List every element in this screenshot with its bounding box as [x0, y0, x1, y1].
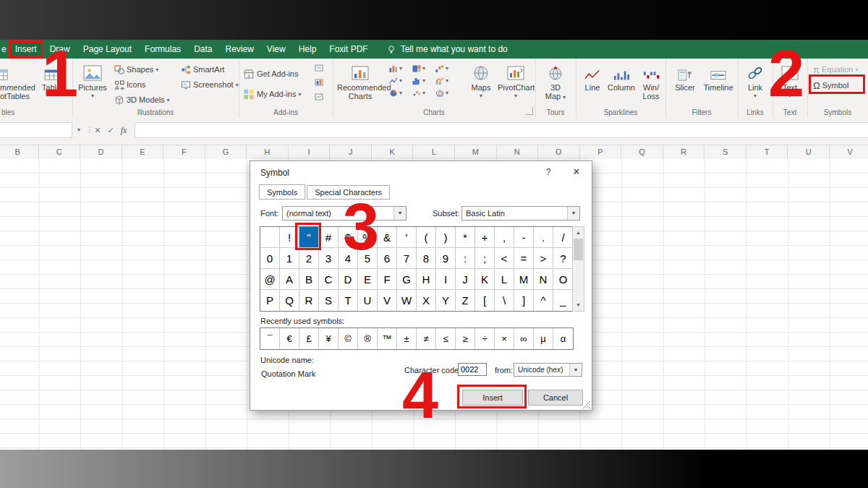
character-code-input[interactable] [458, 363, 487, 376]
symbol-cell[interactable]: S [319, 290, 339, 311]
insert-pie-chart-button[interactable]: ▾ [389, 87, 412, 99]
column-header-M[interactable]: M [455, 145, 497, 159]
cancel-button[interactable]: Cancel [528, 390, 583, 406]
dialog-resize-grip[interactable] [582, 401, 590, 408]
insert-scatter-chart-button[interactable]: ▾ [412, 87, 435, 99]
recent-symbol-cell[interactable]: ± [397, 328, 417, 349]
symbol-cell[interactable]: Q [280, 290, 299, 311]
recent-symbol-cell[interactable]: € [280, 328, 299, 349]
icons-button[interactable]: Icons [114, 78, 145, 91]
symbol-cell[interactable]: , [495, 227, 514, 248]
chevron-down-icon[interactable]: ▾ [569, 364, 582, 376]
symbol-cell[interactable]: / [553, 227, 573, 248]
screenshot-button[interactable]: Screenshot ▾ [181, 78, 239, 91]
scrollbar-thumb[interactable] [574, 239, 583, 260]
symbol-cell[interactable]: V [378, 290, 397, 311]
link-button[interactable]: Link ▾ [739, 61, 771, 100]
column-header-K[interactable]: K [372, 145, 414, 159]
column-header-F[interactable]: F [163, 145, 205, 159]
sparkline-line-button[interactable]: Line [579, 61, 606, 92]
column-header-B[interactable]: B [0, 145, 39, 159]
symbol-cell[interactable]: Y [436, 290, 456, 311]
symbol-cell[interactable]: 6 [378, 248, 397, 269]
recent-symbol-cell[interactable]: × [495, 328, 514, 349]
symbol-cell[interactable]: * [456, 227, 475, 248]
symbol-cell[interactable]: 9 [436, 248, 456, 269]
cancel-formula-button[interactable]: ✕ [91, 122, 104, 138]
pivotchart-button[interactable]: PivotChart ▾ [498, 61, 534, 100]
shapes-button[interactable]: Shapes ▾ [114, 63, 158, 76]
symbol-cell[interactable]: ( [417, 227, 436, 248]
column-header-E[interactable]: E [122, 145, 164, 159]
symbol-cell[interactable]: I [436, 269, 456, 290]
tab-help[interactable]: Help [292, 40, 323, 59]
symbol-cell[interactable]: = [514, 248, 534, 269]
symbol-cell[interactable]: T [339, 290, 358, 311]
column-header-L[interactable]: L [413, 145, 455, 159]
addins-overflow-icon-3[interactable] [314, 92, 324, 102]
symbol-cell[interactable]: ^ [534, 290, 553, 311]
slicer-button[interactable]: Slicer [670, 61, 700, 92]
symbol-cell[interactable]: X [417, 290, 436, 311]
column-header-N[interactable]: N [497, 145, 539, 159]
symbol-cell[interactable]: D [339, 269, 358, 290]
symbol-cell[interactable]: 8 [417, 248, 436, 269]
column-header-Q[interactable]: Q [621, 145, 663, 159]
column-header-U[interactable]: U [788, 145, 830, 159]
3d-models-button[interactable]: 3D Models ▾ [114, 93, 170, 106]
symbol-cell[interactable]: & [378, 227, 397, 248]
symbol-cell[interactable] [260, 227, 280, 248]
enter-formula-button[interactable]: ✓ [104, 122, 117, 138]
symbol-cell[interactable]: _ [553, 290, 573, 311]
timeline-button[interactable]: Timeline [702, 61, 735, 92]
insert-surface-chart-button[interactable]: ▾ [435, 87, 459, 99]
column-header-R[interactable]: R [663, 145, 705, 159]
insert-function-button[interactable]: fx [117, 122, 130, 138]
symbol-cell[interactable]: 7 [397, 248, 417, 269]
scroll-down-icon[interactable]: ▼ [573, 300, 584, 310]
symbol-cell[interactable]: L [495, 269, 514, 290]
name-box-dropdown-icon[interactable]: ▾ [73, 122, 85, 138]
symbol-cell[interactable]: ? [553, 248, 573, 269]
column-header-I[interactable]: I [289, 145, 331, 159]
tab-formulas[interactable]: Formulas [138, 40, 187, 59]
recent-symbol-cell[interactable]: α [553, 328, 573, 349]
symbol-cell[interactable]: ) [436, 227, 456, 248]
column-header-H[interactable]: H [247, 145, 289, 159]
symbol-cell[interactable]: H [417, 269, 436, 290]
column-header-C[interactable]: C [39, 145, 81, 159]
symbol-cell[interactable]: G [397, 269, 417, 290]
symbol-cell[interactable]: < [495, 248, 514, 269]
recent-symbol-cell[interactable]: ™ [378, 328, 397, 349]
tab-page-layout[interactable]: Page Layout [77, 40, 138, 59]
symbol-cell[interactable]: A [280, 269, 299, 290]
formula-input[interactable] [135, 122, 868, 138]
tab-data[interactable]: Data [187, 40, 218, 59]
symbol-cell[interactable]: P [260, 290, 280, 311]
column-header-J[interactable]: J [330, 145, 372, 159]
symbol-cell[interactable]: \ [495, 290, 514, 311]
symbol-cell[interactable]: C [319, 269, 339, 290]
tab-file-partial[interactable]: e [0, 40, 9, 59]
symbol-cell[interactable]: [ [475, 290, 495, 311]
recommended-charts-button[interactable]: RecommendedCharts [337, 61, 383, 100]
my-addins-button[interactable]: My Add-ins ▾ [243, 87, 301, 100]
tab-symbols[interactable]: Symbols [259, 184, 305, 200]
recent-symbol-cell[interactable]: ® [358, 328, 378, 349]
symbol-cell[interactable]: U [358, 290, 378, 311]
maps-button[interactable]: Maps ▾ [466, 61, 496, 100]
tab-foxit-pdf[interactable]: Foxit PDF [323, 40, 374, 59]
chevron-down-icon[interactable]: ▾ [393, 207, 406, 220]
addins-overflow-icon-2[interactable] [314, 77, 324, 87]
recent-symbol-cell[interactable]: ≥ [456, 328, 475, 349]
from-dropdown[interactable]: Unicode (hex) ▾ [514, 363, 582, 377]
insert-column-chart-button[interactable]: ▾ [389, 62, 412, 74]
recent-symbol-cell[interactable]: ¥ [319, 328, 339, 349]
tell-me-box[interactable]: Tell me what you want to do [386, 44, 508, 54]
symbol-cell[interactable]: # [319, 227, 339, 248]
column-header-G[interactable]: G [205, 145, 247, 159]
dialog-help-button[interactable]: ? [542, 167, 554, 177]
recent-symbol-cell[interactable]: £ [299, 328, 319, 349]
symbol-cell[interactable]: + [475, 227, 495, 248]
smartart-button[interactable]: SmartArt [181, 63, 224, 76]
